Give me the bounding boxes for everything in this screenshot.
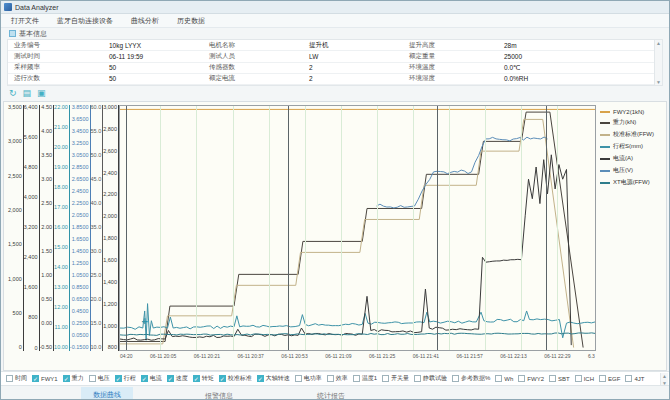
checkbox-icon[interactable]: [452, 375, 459, 382]
series-checkbox-5[interactable]: ✓电流: [141, 374, 162, 383]
series-checkbox-9[interactable]: ✓大轴转速: [257, 374, 290, 383]
menu-item-0[interactable]: 打开文件: [11, 16, 39, 26]
checkbox-icon[interactable]: [549, 375, 556, 382]
series-checkbox-3[interactable]: 电压: [89, 374, 110, 383]
series-checkbox-row: 时间✓FWY1✓重力电压✓行程✓电流✓速度✓转矩✓校准标准✓大轴转速电功率效率温…: [1, 371, 669, 386]
axis-tick: 15.0: [91, 321, 102, 327]
series-checkbox-7[interactable]: ✓转矩: [193, 374, 214, 383]
series-checkbox-4[interactable]: ✓行程: [115, 374, 136, 383]
series-checkbox-0[interactable]: 时间: [6, 374, 27, 383]
legend-label: 电流(A): [613, 154, 633, 163]
x-tick-label: 06-11 20:21: [194, 353, 220, 359]
menu-item-1[interactable]: 蓝牙自动连接设备: [57, 16, 113, 26]
plot-area[interactable]: +: [119, 105, 596, 351]
axis-tick: 19.00: [54, 165, 68, 171]
series-checkbox-13[interactable]: 开关量: [382, 374, 409, 383]
checkbox-label: 4JT: [634, 376, 644, 382]
checkbox-icon[interactable]: ✓: [167, 375, 174, 382]
axis-tick: 2.50: [41, 201, 52, 207]
axis-tick: 0.6500: [72, 297, 89, 303]
checkbox-icon[interactable]: [625, 375, 632, 382]
cursor-line[interactable]: [126, 106, 127, 350]
series-checkbox-1[interactable]: ✓FWY1: [32, 375, 58, 382]
scroll-down-icon[interactable]: ▼: [656, 79, 661, 85]
series-checkbox-16[interactable]: Wh: [495, 375, 513, 382]
x-tick-label: 06-11 21:25: [369, 353, 395, 359]
gridline: [305, 106, 306, 350]
checkbox-icon[interactable]: [495, 375, 502, 382]
series-checkbox-2[interactable]: ✓重力: [63, 374, 84, 383]
legend-label: 行程S(mm): [613, 142, 643, 151]
scroll-down-icon[interactable]: ▼: [662, 380, 667, 386]
series-checkbox-18[interactable]: SBT: [549, 375, 570, 382]
x-tick-label: 06-11 20:05: [150, 353, 176, 359]
axis-tick: 50.0: [91, 153, 102, 159]
checkbox-scrollbar[interactable]: ▲ ▼: [660, 373, 668, 386]
axis-tick: 1,600: [24, 285, 38, 291]
series-checkbox-20[interactable]: EGF: [599, 375, 620, 382]
axis-tick: 1.2500: [72, 261, 89, 267]
axis-tick: 10.0: [91, 345, 102, 351]
checkbox-icon[interactable]: [353, 375, 360, 382]
series-checkbox-21[interactable]: 4JT: [625, 375, 644, 382]
checkbox-label: SBT: [558, 376, 570, 382]
info-label: 电机名称: [203, 40, 303, 51]
chart-legend: FWY2(1kN)重力(kN)校准标准(FFW)行程S(mm)电流(A)电压(V…: [596, 105, 666, 370]
info-value: 10kg LYYX: [103, 40, 203, 51]
info-label: 提升高度: [403, 40, 498, 51]
checkbox-icon[interactable]: [518, 375, 525, 382]
checkbox-icon[interactable]: [575, 375, 582, 382]
series-checkbox-10[interactable]: 电功率: [295, 374, 322, 383]
checkbox-icon[interactable]: ✓: [193, 375, 200, 382]
tab-0[interactable]: 数据曲线: [81, 387, 133, 400]
menu-item-2[interactable]: 曲线分析: [131, 16, 159, 26]
checkbox-icon[interactable]: ✓: [63, 375, 70, 382]
refresh-icon[interactable]: ↻: [9, 89, 17, 98]
checkbox-icon[interactable]: ✓: [115, 375, 122, 382]
checkbox-label: 参考数据%: [461, 374, 490, 383]
cursor-line[interactable]: [546, 106, 547, 350]
info-value: 06-11 19:59: [103, 51, 203, 62]
legend-swatch: [600, 182, 610, 184]
checkbox-icon[interactable]: [414, 375, 421, 382]
checkbox-icon[interactable]: [382, 375, 389, 382]
series-checkbox-8[interactable]: ✓校准标准: [219, 374, 252, 383]
cursor-line[interactable]: [288, 106, 289, 350]
scroll-up-icon[interactable]: ▲: [662, 373, 667, 379]
x-tick-label: 06-11 20:37: [238, 353, 264, 359]
save-icon[interactable]: ▤: [23, 89, 32, 98]
legend-entry: XT电源(FFW): [600, 178, 664, 187]
axis-tick: 2.4500: [72, 189, 89, 195]
checkbox-icon[interactable]: ✓: [141, 375, 148, 382]
scroll-up-icon[interactable]: ▲: [656, 40, 661, 46]
checkbox-icon[interactable]: ✓: [219, 375, 226, 382]
series-checkbox-12[interactable]: 温度1: [353, 374, 377, 383]
series-checkbox-15[interactable]: 参考数据%: [452, 374, 490, 383]
x-tick-label: 06-11 21:57: [457, 353, 483, 359]
checkbox-icon[interactable]: [6, 375, 13, 382]
axis-tick: 1,500: [8, 242, 22, 248]
menu-item-3[interactable]: 历史数据: [177, 16, 205, 26]
series-checkbox-17[interactable]: FWY2: [518, 375, 544, 382]
checkbox-icon[interactable]: ✓: [32, 375, 39, 382]
checkbox-icon[interactable]: [327, 375, 334, 382]
series-checkbox-14[interactable]: 静载试验: [414, 374, 447, 383]
tab-2[interactable]: 统计报告: [305, 388, 357, 400]
checkbox-icon[interactable]: ✓: [257, 375, 264, 382]
info-scrollbar[interactable]: ▲ ▼: [654, 40, 662, 85]
axis-tick: 1.6500: [72, 237, 89, 243]
legend-swatch: [600, 111, 610, 113]
checkbox-icon[interactable]: [295, 375, 302, 382]
axis-tick: -0.50: [40, 345, 53, 351]
checkbox-label: EGF: [608, 376, 620, 382]
series-checkbox-19[interactable]: ICH: [575, 375, 594, 382]
series-checkbox-6[interactable]: ✓速度: [167, 374, 188, 383]
checkbox-icon[interactable]: [599, 375, 606, 382]
tab-1[interactable]: 报警信息: [193, 388, 245, 400]
bottom-tabs: 数据曲线报警信息统计报告: [1, 386, 669, 400]
cursor-line[interactable]: [437, 106, 438, 350]
checkbox-icon[interactable]: [89, 375, 96, 382]
info-value: 0.0℃: [498, 63, 662, 74]
series-checkbox-11[interactable]: 效率: [327, 374, 348, 383]
print-icon[interactable]: ▣: [37, 89, 46, 98]
